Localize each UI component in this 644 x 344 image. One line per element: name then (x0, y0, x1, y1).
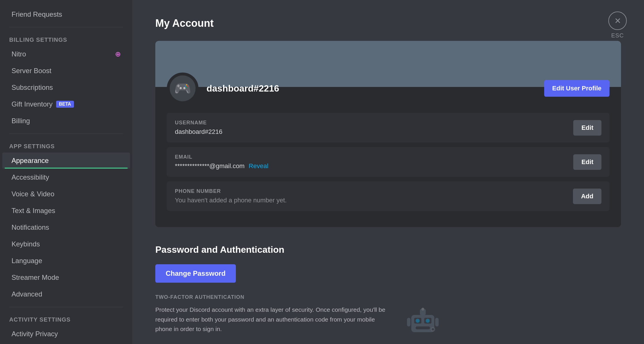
sidebar-item-server-boost[interactable]: Server Boost (2, 63, 130, 79)
account-username: dashboard#2216 (207, 83, 544, 94)
username-field-row: USERNAME dashboard#2216 Edit (167, 113, 609, 142)
svg-point-11 (432, 328, 434, 330)
sidebar-item-label: Server Boost (12, 67, 51, 75)
avatar: 🎮 (167, 73, 198, 104)
sidebar-item-label: Billing (12, 117, 30, 125)
sidebar-item-voice-video[interactable]: Voice & Video (2, 186, 130, 202)
sidebar-item-nitro[interactable]: Nitro ⊕ (2, 46, 130, 62)
billing-section-label: BILLING SETTINGS (0, 32, 132, 45)
sidebar-item-label: Subscriptions (12, 83, 53, 92)
email-field-row: EMAIL **************@gmail.com Reveal Ed… (167, 147, 609, 177)
activity-section-label: ACTIVITY SETTINGS (0, 312, 132, 325)
sidebar-item-label: Nitro (12, 50, 26, 58)
sidebar-item-label: Advanced (12, 290, 42, 298)
sidebar-item-label: Friend Requests (12, 10, 62, 18)
change-password-button[interactable]: Change Password (155, 264, 236, 283)
sidebar-item-label: Activity Privacy (12, 330, 58, 338)
robot-icon-container (403, 305, 443, 339)
username-value: dashboard#2216 (175, 128, 566, 136)
sidebar-item-billing[interactable]: Billing (2, 113, 130, 129)
app-section-label: APP SETTINGS (0, 138, 132, 152)
sidebar-divider-billing (9, 27, 123, 27)
email-value: **************@gmail.com Reveal (175, 162, 566, 170)
close-icon[interactable]: ✕ (608, 12, 627, 30)
sidebar-item-subscriptions[interactable]: Subscriptions (2, 79, 130, 96)
sidebar-item-keybinds[interactable]: Keybinds (2, 236, 130, 252)
sidebar-item-activity-privacy[interactable]: Activity Privacy (2, 326, 130, 342)
sidebar-item-notifications[interactable]: Notifications (2, 219, 130, 235)
sidebar-item-accessibility[interactable]: Accessibility (2, 169, 130, 185)
sidebar-item-text-images[interactable]: Text & Images (2, 203, 130, 219)
phone-field-label: PHONE NUMBER (175, 188, 566, 194)
username-field-content: USERNAME dashboard#2216 (175, 120, 566, 136)
sidebar-item-label: Notifications (12, 223, 49, 231)
phone-field-content: PHONE NUMBER You haven't added a phone n… (175, 188, 566, 204)
sidebar-item-label: Voice & Video (12, 190, 54, 198)
username-field-label: USERNAME (175, 120, 566, 126)
sidebar-item-label: Appearance (12, 157, 49, 165)
sidebar-item-label: Language (12, 257, 42, 265)
password-section-title: Password and Authentication (155, 244, 621, 255)
esc-label: ESC (611, 32, 624, 39)
nitro-icon: ⊕ (115, 50, 121, 58)
close-button[interactable]: ✕ ESC (608, 12, 627, 39)
edit-profile-button[interactable]: Edit User Profile (544, 80, 609, 97)
sidebar-item-label: Accessibility (12, 173, 49, 181)
sidebar-item-language[interactable]: Language (2, 253, 130, 269)
account-fields: USERNAME dashboard#2216 Edit EMAIL *****… (155, 113, 621, 227)
svg-rect-9 (435, 318, 439, 326)
sidebar-item-label: Keybinds (12, 240, 40, 248)
email-edit-button[interactable]: Edit (573, 154, 601, 170)
sidebar: Friend Requests BILLING SETTINGS Nitro ⊕… (0, 0, 132, 344)
friend-requests-item[interactable]: Friend Requests (2, 6, 130, 22)
sidebar-item-streamer-mode[interactable]: Streamer Mode (2, 269, 130, 286)
sidebar-item-advanced[interactable]: Advanced (2, 286, 130, 302)
svg-point-7 (421, 308, 424, 311)
phone-field-row: PHONE NUMBER You haven't added a phone n… (167, 181, 609, 211)
username-edit-button[interactable]: Edit (573, 120, 601, 136)
email-field-content: EMAIL **************@gmail.com Reveal (175, 154, 566, 170)
avatar-inner: 🎮 (170, 75, 196, 101)
svg-rect-8 (407, 318, 410, 326)
phone-add-button[interactable]: Add (573, 189, 601, 204)
password-section: Password and Authentication Change Passw… (155, 244, 621, 339)
sidebar-divider-app (9, 134, 123, 134)
main-content: ✕ ESC My Account 🎮 dashboard#2216 Edit U… (132, 0, 644, 344)
sidebar-item-label: Gift Inventory (12, 100, 53, 108)
avatar-icon: 🎮 (174, 80, 191, 96)
page-title: My Account (155, 17, 621, 29)
account-profile-row: 🎮 dashboard#2216 Edit User Profile (155, 73, 621, 113)
sidebar-divider-activity (9, 307, 123, 307)
reveal-link[interactable]: Reveal (249, 162, 268, 170)
sidebar-item-label: Text & Images (12, 207, 55, 215)
sidebar-item-appearance[interactable]: Appearance (2, 153, 130, 169)
robot-icon (406, 306, 440, 338)
twofa-label: TWO-FACTOR AUTHENTICATION (155, 294, 621, 300)
sidebar-item-gift-inventory[interactable]: Gift Inventory BETA (2, 96, 130, 112)
svg-point-3 (416, 319, 420, 323)
twofa-row: Protect your Discord account with an ext… (155, 305, 621, 339)
svg-rect-5 (416, 326, 430, 329)
beta-badge: BETA (56, 101, 74, 108)
sidebar-item-label: Streamer Mode (12, 273, 59, 282)
account-card: 🎮 dashboard#2216 Edit User Profile USERN… (155, 41, 621, 227)
svg-point-4 (426, 319, 430, 323)
twofa-description: Protect your Discord account with an ext… (155, 305, 391, 334)
sidebar-item-registered-games[interactable]: Registered Games (2, 343, 130, 344)
email-masked: **************@gmail.com (175, 162, 244, 170)
email-field-label: EMAIL (175, 154, 566, 160)
phone-value: You haven't added a phone number yet. (175, 197, 566, 204)
